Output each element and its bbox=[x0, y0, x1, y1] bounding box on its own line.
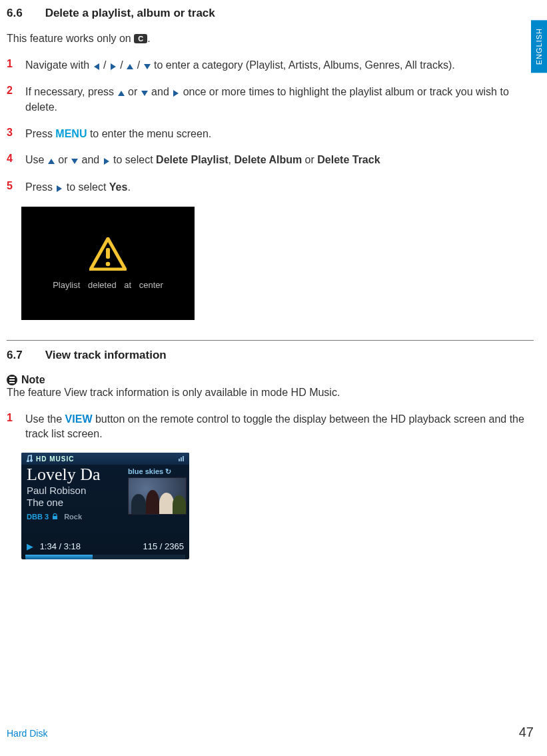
note-text: The feature View track information is on… bbox=[7, 386, 534, 400]
text-segment: If necessary, press bbox=[25, 86, 117, 97]
hd-dbb-row: DBB 3 Rock bbox=[27, 513, 124, 521]
delete-album-label: Delete Album bbox=[235, 154, 302, 165]
step-text: Use or and to select Delete Playlist, De… bbox=[25, 153, 534, 168]
text-segment: Use bbox=[25, 154, 47, 165]
note-label: Note bbox=[21, 374, 45, 386]
warning-triangle-icon bbox=[89, 237, 127, 271]
step-number: 1 bbox=[7, 58, 25, 73]
step-row: 3 Press MENU to enter the menu screen. bbox=[7, 127, 534, 141]
section-6-7-number: 6.7 bbox=[7, 349, 23, 362]
yes-label: Yes bbox=[109, 181, 128, 193]
text-segment: button on the remote control to toggle t… bbox=[25, 413, 524, 439]
hd-artist: Paul Robison bbox=[27, 485, 124, 497]
hd-right-label: blue skies ↻ bbox=[128, 467, 185, 476]
hd-progress-fill bbox=[25, 555, 93, 559]
text-segment: or bbox=[55, 154, 71, 165]
text-segment: to select bbox=[111, 154, 156, 165]
text-segment: to enter the menu screen. bbox=[87, 128, 211, 139]
step-row: 4 Use or and to select Delete Playlist, … bbox=[7, 153, 534, 168]
right-arrow-icon bbox=[103, 153, 111, 168]
hd-album: The one bbox=[27, 497, 124, 509]
hd-footer: ▶ 1:34 / 3:18 115 / 2365 bbox=[21, 539, 189, 553]
repeat-icon: ↻ bbox=[165, 467, 171, 475]
section-6-6-intro: This feature works only on C. bbox=[7, 32, 534, 46]
right-arrow-icon bbox=[172, 85, 180, 100]
text-segment: or bbox=[302, 154, 317, 165]
left-arrow-icon bbox=[93, 59, 101, 73]
svg-rect-16 bbox=[183, 456, 184, 461]
svg-rect-12 bbox=[106, 248, 110, 259]
text-segment: Navigate with bbox=[25, 59, 93, 71]
text-segment: Use the bbox=[25, 413, 65, 425]
delete-track-label: Delete Track bbox=[317, 154, 380, 165]
step-number: 5 bbox=[7, 180, 25, 195]
svg-rect-17 bbox=[53, 516, 57, 519]
hd-dbb-label: DBB 3 bbox=[27, 513, 49, 521]
svg-rect-14 bbox=[179, 459, 180, 461]
play-icon: ▶ bbox=[27, 541, 33, 551]
section-divider bbox=[7, 340, 534, 341]
text-segment: Press bbox=[25, 128, 55, 139]
hd-genre: Rock bbox=[64, 513, 82, 521]
step-number: 2 bbox=[7, 85, 25, 114]
text-segment: and bbox=[149, 86, 173, 97]
delete-playlist-label: Delete Playlist bbox=[156, 154, 229, 165]
step-row: 1 Navigate with / / / to enter a categor… bbox=[7, 58, 534, 73]
text-segment: Press bbox=[25, 181, 55, 193]
svg-marker-9 bbox=[104, 158, 109, 165]
step-row: 2 If necessary, press or and once or mor… bbox=[7, 85, 534, 114]
svg-marker-6 bbox=[173, 90, 179, 97]
screenshot-warning-text: Playlist deleted at center bbox=[53, 280, 163, 290]
right-arrow-icon bbox=[109, 59, 117, 73]
step-number: 1 bbox=[7, 412, 25, 441]
hd-music-screenshot: HD MUSIC Lovely Da Paul Robison The one … bbox=[21, 453, 189, 559]
step-row: 1 Use the VIEW button on the remote cont… bbox=[7, 412, 534, 441]
svg-point-13 bbox=[106, 261, 111, 266]
step-number: 3 bbox=[7, 127, 25, 141]
up-arrow-icon bbox=[117, 85, 125, 100]
svg-marker-0 bbox=[94, 63, 99, 70]
right-arrow-icon bbox=[55, 181, 63, 195]
lock-icon bbox=[52, 513, 58, 521]
hd-count: 115 / 2365 bbox=[143, 541, 184, 551]
hd-time: 1:34 / 3:18 bbox=[40, 541, 81, 551]
language-tab: ENGLISH bbox=[531, 20, 547, 73]
svg-marker-10 bbox=[57, 185, 62, 192]
center-icon: C bbox=[134, 34, 147, 43]
up-arrow-icon bbox=[126, 59, 134, 73]
footer-section-label: Hard Disk bbox=[7, 728, 47, 739]
view-key-label: VIEW bbox=[65, 413, 93, 425]
svg-marker-2 bbox=[127, 64, 133, 69]
svg-marker-1 bbox=[111, 63, 116, 70]
svg-marker-8 bbox=[71, 159, 78, 164]
step-text: Press to select Yes. bbox=[25, 180, 534, 195]
section-6-6-title: Delete a playlist, album or track bbox=[45, 7, 215, 20]
up-arrow-icon bbox=[47, 153, 55, 168]
down-arrow-icon bbox=[71, 153, 79, 168]
down-arrow-icon bbox=[141, 85, 149, 100]
hd-progress-bar bbox=[25, 555, 185, 559]
intro-pre: This feature works only on bbox=[7, 33, 134, 44]
step-text: Use the VIEW button on the remote contro… bbox=[25, 412, 534, 441]
section-6-6-number: 6.6 bbox=[7, 7, 23, 20]
svg-rect-15 bbox=[181, 457, 182, 461]
hd-header: HD MUSIC bbox=[21, 453, 189, 465]
text-segment: to select bbox=[63, 181, 109, 193]
step-text: Navigate with / / / to enter a category … bbox=[25, 58, 534, 73]
note-header: Note bbox=[7, 374, 534, 386]
hd-album-art bbox=[128, 477, 187, 515]
down-arrow-icon bbox=[143, 59, 151, 73]
page-footer: Hard Disk 47 bbox=[7, 725, 534, 740]
section-6-7-title: View track information bbox=[45, 349, 167, 362]
svg-marker-7 bbox=[48, 159, 55, 164]
music-note-icon bbox=[25, 454, 33, 463]
step-text: If necessary, press or and once or more … bbox=[25, 85, 534, 114]
section-6-6-header: 6.6 Delete a playlist, album or track bbox=[7, 7, 534, 20]
svg-marker-5 bbox=[141, 91, 148, 96]
device-screenshot-warning: Playlist deleted at center bbox=[21, 207, 195, 320]
menu-key-label: MENU bbox=[55, 128, 87, 139]
step-text: Press MENU to enter the menu screen. bbox=[25, 127, 534, 141]
step-number: 4 bbox=[7, 153, 25, 168]
intro-post: . bbox=[147, 33, 150, 44]
signal-icon bbox=[179, 455, 185, 463]
